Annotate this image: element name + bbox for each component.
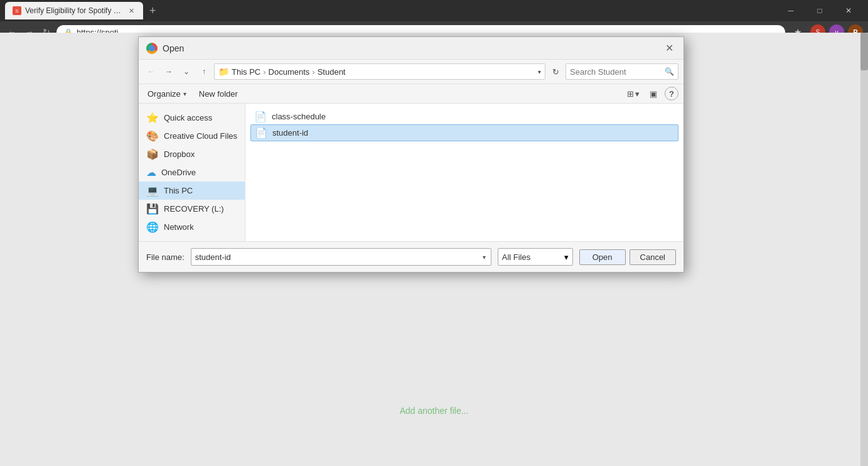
- organize-btn[interactable]: Organize ▾: [144, 87, 190, 100]
- this-pc-label: This PC: [164, 186, 193, 195]
- tab-title: Verify Eligibility for Spotify Stude: [25, 6, 124, 15]
- network-icon: 🌐: [146, 221, 159, 233]
- help-btn[interactable]: ?: [665, 87, 678, 100]
- open-btn[interactable]: Open: [579, 249, 626, 265]
- dialog-title-text: Open: [163, 43, 184, 53]
- add-file-hint: Add another file...: [400, 406, 469, 416]
- view-dropdown-icon: ▾: [635, 89, 640, 99]
- file-name-class-schedule: class-schedule: [272, 112, 326, 121]
- onedrive-label: OneDrive: [161, 168, 196, 177]
- filetype-text: All Files: [502, 252, 562, 262]
- new-folder-label: New folder: [199, 89, 238, 99]
- breadcrumb-sep-2: ›: [312, 67, 314, 77]
- sidebar-item-this-pc[interactable]: 💻 This PC: [139, 182, 245, 200]
- sidebar-item-quick-access[interactable]: ⭐ Quick access: [139, 109, 245, 127]
- filename-input[interactable]: [195, 252, 481, 262]
- dropbox-label: Dropbox: [164, 149, 195, 159]
- breadcrumb-sep-1: ›: [263, 67, 265, 77]
- breadcrumb-dropdown-btn[interactable]: ▾: [538, 68, 541, 75]
- forward-arrow-btn[interactable]: →: [161, 64, 176, 79]
- file-icon-class-schedule: 📄: [254, 111, 267, 122]
- organize-dropdown-icon: ▾: [183, 90, 186, 97]
- close-window-btn[interactable]: ✕: [834, 1, 863, 20]
- help-icon: ?: [669, 89, 674, 99]
- preview-btn[interactable]: ▣: [647, 87, 660, 100]
- sidebar-item-recovery[interactable]: 💾 RECOVERY (L:): [139, 200, 245, 218]
- cancel-btn[interactable]: Cancel: [630, 249, 676, 265]
- recovery-icon: 💾: [146, 203, 159, 215]
- scrollbar-area[interactable]: [860, 33, 868, 466]
- folder-icon: 📁: [218, 67, 229, 77]
- recovery-label: RECOVERY (L:): [164, 204, 224, 214]
- filename-label: File name:: [146, 252, 185, 262]
- tab-close-btn[interactable]: ✕: [127, 6, 136, 16]
- quick-access-icon: ⭐: [146, 112, 159, 124]
- file-item-class-schedule[interactable]: 📄 class-schedule: [250, 109, 678, 124]
- back-arrow-btn[interactable]: ←: [144, 64, 159, 79]
- dialog-title-left: Open: [146, 43, 184, 54]
- creative-cloud-label: Creative Cloud Files: [164, 131, 237, 141]
- dialog-footer: File name: ▾ All Files ▾ Open Cancel: [139, 241, 683, 272]
- network-label: Network: [164, 222, 194, 232]
- creative-cloud-icon: 🎨: [146, 130, 159, 142]
- organize-label: Organize: [147, 89, 181, 99]
- dropbox-icon: 📦: [146, 148, 159, 160]
- file-area: 📄 class-schedule 📄 student-id: [245, 104, 683, 241]
- active-tab[interactable]: S Verify Eligibility for Spotify Stude ✕: [5, 2, 143, 19]
- dialog-titlebar: Open ✕: [139, 37, 683, 60]
- refresh-btn[interactable]: ↻: [548, 64, 563, 79]
- toolbar: Organize ▾ New folder ⊞ ▾ ▣ ?: [139, 84, 683, 104]
- file-item-student-id[interactable]: 📄 student-id: [250, 124, 678, 141]
- chrome-logo-icon: [146, 43, 158, 54]
- breadcrumb-bar: 📁 This PC › Documents › Student ▾: [214, 63, 545, 80]
- quick-access-label: Quick access: [164, 113, 212, 122]
- dropdown-arrow-btn[interactable]: ⌄: [179, 64, 194, 79]
- action-buttons: Open Cancel: [579, 249, 676, 265]
- sidebar-item-network[interactable]: 🌐 Network: [139, 218, 245, 236]
- sidebar-item-creative-cloud[interactable]: 🎨 Creative Cloud Files: [139, 127, 245, 145]
- dialog-body: ⭐ Quick access 🎨 Creative Cloud Files 📦 …: [139, 104, 683, 241]
- tab-favicon: S: [13, 6, 21, 15]
- sidebar-item-dropbox[interactable]: 📦 Dropbox: [139, 145, 245, 163]
- scrollbar-thumb[interactable]: [860, 33, 868, 70]
- breadcrumb-this-pc[interactable]: This PC: [232, 67, 260, 77]
- dialog-close-btn[interactable]: ✕: [663, 41, 676, 55]
- preview-icon: ▣: [650, 89, 657, 99]
- this-pc-icon: 💻: [146, 185, 159, 197]
- new-folder-btn[interactable]: New folder: [195, 87, 242, 100]
- breadcrumb-student[interactable]: Student: [318, 67, 346, 77]
- search-input[interactable]: [570, 67, 662, 77]
- maximize-btn[interactable]: □: [805, 1, 834, 20]
- view-btn[interactable]: ⊞ ▾: [624, 87, 642, 100]
- new-tab-btn[interactable]: +: [146, 3, 160, 19]
- filetype-select[interactable]: All Files ▾: [498, 248, 573, 266]
- filetype-dropdown-icon: ▾: [564, 252, 569, 262]
- minimize-btn[interactable]: ─: [776, 1, 805, 20]
- onedrive-icon: ☁: [146, 166, 156, 178]
- file-name-student-id: student-id: [272, 128, 308, 138]
- filename-input-wrap[interactable]: ▾: [191, 248, 491, 266]
- search-icon: 🔍: [665, 67, 674, 76]
- sidebar-item-onedrive[interactable]: ☁ OneDrive: [139, 163, 245, 182]
- file-icon-student-id: 📄: [255, 127, 267, 139]
- view-icon: ⊞: [627, 89, 634, 99]
- nav-bar: ← → ⌄ ↑ 📁 This PC › Documents › Student …: [139, 60, 683, 84]
- breadcrumb-documents[interactable]: Documents: [269, 67, 310, 77]
- search-box[interactable]: 🔍: [565, 63, 678, 80]
- filename-dropdown-btn[interactable]: ▾: [481, 252, 487, 262]
- sidebar: ⭐ Quick access 🎨 Creative Cloud Files 📦 …: [139, 104, 245, 241]
- open-dialog: Open ✕ ← → ⌄ ↑ 📁 This PC › Documents › S…: [138, 36, 684, 273]
- up-arrow-btn[interactable]: ↑: [196, 64, 212, 79]
- tab-bar: S Verify Eligibility for Spotify Stude ✕…: [0, 0, 868, 21]
